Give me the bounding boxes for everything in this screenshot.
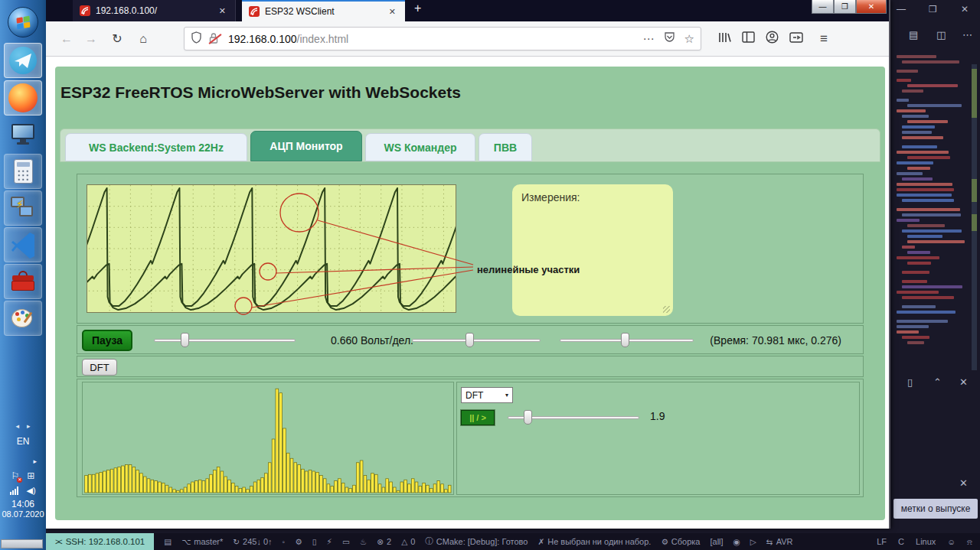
statusbar-item-icon0[interactable]: ▤ (164, 537, 172, 546)
action-center-flag-icon[interactable]: ⚐✕ (11, 470, 20, 481)
page-title: ESP32 FreeRTOS MicroWebServer with WebSo… (60, 83, 461, 102)
taskbar-item-vscode[interactable] (4, 227, 42, 262)
tray-scroll-right-icon[interactable]: ▸ (27, 422, 31, 430)
vscode-file-icon[interactable]: ▤ (909, 29, 918, 41)
vscode-more-actions-icon[interactable]: ⋯ (962, 29, 972, 41)
slider-thumb[interactable] (181, 333, 189, 347)
statusbar-item-icon15[interactable]: ◉ (733, 537, 740, 546)
volts-per-div-slider[interactable] (154, 333, 296, 347)
statusbar-item-icon8[interactable]: ♨ (360, 537, 367, 546)
statusbar-item-icon4[interactable]: ⚙ (295, 537, 302, 546)
start-button[interactable] (4, 5, 42, 40)
statusbar-item-icon6[interactable]: ⚡ (327, 537, 332, 546)
statusbar-right-lf[interactable]: LF (877, 537, 887, 546)
insecure-lock-icon[interactable] (208, 32, 222, 46)
statusbar-item-avr[interactable]: ⇆AVR (766, 537, 793, 546)
statusbar-item-[interactable]: ✗Не выбран ни один набор. (537, 537, 651, 546)
volume-icon[interactable]: ◀) (26, 486, 35, 496)
statusbar-item-all[interactable]: [all] (710, 537, 723, 546)
statusbar-item-245[interactable]: ↻245↓ 0↑ (233, 537, 272, 546)
taskbar-item-calculator[interactable] (4, 154, 42, 189)
release-notes-button[interactable]: метки о выпуске (893, 499, 978, 519)
statusbar-item-icon16[interactable]: ▷ (750, 537, 756, 546)
dft-mode-select[interactable]: DFT ▾ (461, 387, 513, 403)
language-indicator[interactable]: EN (0, 436, 46, 447)
chevron-up-icon[interactable]: ⌃ (933, 376, 942, 388)
browser-tab-active[interactable]: ESP32 WSClient ✕ (242, 0, 405, 21)
clock[interactable]: 14:06 (0, 499, 46, 509)
tab-close-icon[interactable]: ✕ (217, 6, 228, 16)
back-button[interactable]: ← (55, 28, 78, 50)
maximize-button[interactable]: ❒ (834, 0, 856, 14)
site-tab-3[interactable]: WS Командер (365, 133, 475, 161)
sidebar-icon[interactable] (742, 31, 755, 46)
url-bar[interactable]: 192.168.0.100/index.html ⋯ ☆ (184, 27, 701, 50)
site-tab-1[interactable]: WS Backend:System 22Hz (65, 133, 247, 161)
close-notification-icon[interactable]: ✕ (959, 477, 968, 489)
vscode-maximize-button[interactable]: ❒ (929, 4, 937, 15)
resize-grip-icon[interactable] (663, 306, 670, 313)
statusbar-right-icon3[interactable]: ☺ (947, 537, 956, 546)
extension-icon[interactable] (789, 32, 803, 46)
show-hidden-icons[interactable]: ▸ (0, 457, 46, 465)
tray-scroll-left-icon[interactable]: ◂ (15, 422, 19, 430)
measurements-label: Измерения: (521, 191, 580, 203)
date[interactable]: 08.07.2020 (0, 509, 46, 519)
timebase-slider[interactable] (560, 333, 694, 347)
esp32-app-panel: ESP32 FreeRTOS MicroWebServer with WebSo… (55, 67, 885, 520)
vscode-scrollbar[interactable] (972, 64, 977, 370)
site-tab-2[interactable]: АЦП Монитор (250, 131, 362, 161)
account-icon[interactable] (766, 31, 779, 47)
slider-thumb[interactable] (466, 333, 474, 347)
statusbar-item-icon3[interactable]: ◦ (283, 537, 286, 546)
statusbar-item-2[interactable]: ⊗2 (377, 537, 391, 546)
home-button[interactable]: ⌂ (132, 28, 155, 50)
tab-title: ESP32 WSClient (265, 6, 381, 17)
network-signal-icon[interactable] (10, 487, 18, 495)
play-pause-button[interactable]: || / > (461, 410, 495, 425)
page-actions-icon[interactable]: ⋯ (643, 32, 655, 46)
taskbar-item-toolbox[interactable] (4, 264, 42, 299)
minimize-button[interactable]: — (812, 0, 834, 14)
statusbar-item-icon7[interactable]: ▭ (342, 537, 350, 546)
bookmark-star-icon[interactable]: ☆ (684, 32, 694, 46)
shield-icon[interactable] (191, 31, 202, 47)
browser-tab[interactable]: 192.168.0.100/ ✕ (73, 0, 236, 21)
new-tab-button[interactable]: + (405, 0, 430, 21)
close-panel-icon[interactable]: ✕ (959, 376, 968, 388)
reload-button[interactable]: ↻ (106, 28, 129, 50)
statusbar-item-icon5[interactable]: ▯ (312, 537, 317, 546)
statusbar-right-c[interactable]: C (898, 537, 904, 546)
menu-hamburger-icon[interactable]: ≡ (820, 31, 828, 47)
measurements-textarea[interactable]: Измерения: (512, 184, 673, 316)
trash-icon[interactable]: ▯ (907, 376, 913, 388)
remote-ssh-indicator[interactable]: >< SSH: 192.168.0.101 (46, 533, 154, 550)
library-icon[interactable] (718, 31, 731, 47)
vscode-split-editor-icon[interactable]: ◫ (936, 29, 946, 41)
pocket-icon[interactable] (664, 32, 675, 45)
dft-toggle-button[interactable]: DFT (82, 359, 117, 376)
statusbar-right-icon4[interactable]: ⍾ (967, 537, 972, 547)
statusbar-item-cmake[interactable]: ⓘCMake: [Debug]: Готово (425, 536, 528, 547)
vscode-minimize-button[interactable]: — (897, 4, 906, 15)
close-button[interactable]: ✕ (856, 0, 887, 14)
taskbar-item-remote-desktop[interactable]: ⚡ (4, 190, 42, 226)
statusbar-item-master[interactable]: ⌥master* (181, 537, 223, 546)
slider-thumb[interactable] (621, 333, 629, 347)
taskbar-item-firefox[interactable] (4, 80, 42, 116)
pause-button[interactable]: Пауза (82, 330, 132, 351)
taskbar-item-display[interactable] (4, 117, 42, 152)
taskbar-item-telegram[interactable] (4, 43, 42, 78)
vscode-close-button[interactable]: ✕ (961, 4, 969, 15)
statusbar-item-0[interactable]: △0 (401, 537, 415, 546)
statusbar-right-linux[interactable]: Linux (916, 537, 936, 546)
windows-update-icon[interactable]: ⊞ (27, 470, 34, 481)
taskbar-item-paint[interactable] (4, 301, 42, 336)
dft-scale-slider[interactable] (508, 410, 639, 425)
statusbar-item-[interactable]: ⚙Сборка (661, 537, 700, 546)
slider-thumb[interactable] (524, 410, 532, 425)
offset-slider[interactable] (412, 333, 541, 347)
site-tab-4[interactable]: ПВВ (479, 133, 532, 161)
tab-close-icon[interactable]: ✕ (387, 7, 398, 17)
forward-button[interactable]: → (80, 28, 103, 50)
